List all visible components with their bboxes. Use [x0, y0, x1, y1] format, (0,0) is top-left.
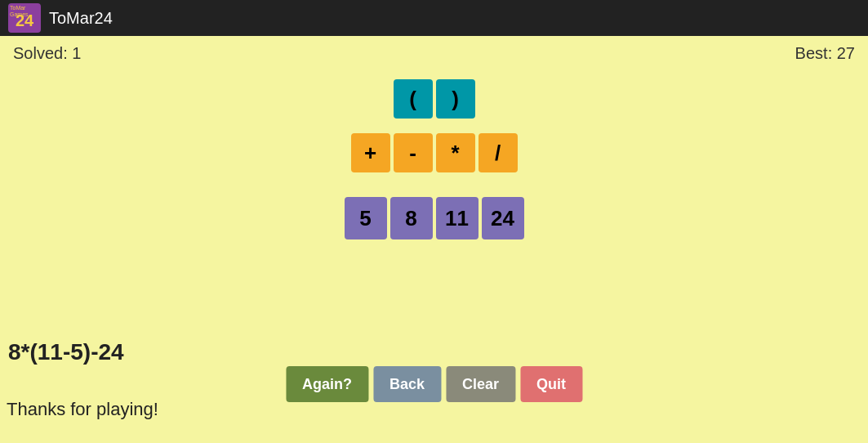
divide-operator-button[interactable]: / — [479, 133, 518, 172]
solved-count: Solved: 1 — [13, 44, 81, 63]
header: ToMarGames 24 ToMar24 — [0, 0, 868, 36]
expression-display: 8*(11-5)-24 — [8, 339, 124, 365]
clear-button[interactable]: Clear — [446, 366, 515, 402]
number-11-button[interactable]: 11 — [436, 197, 479, 239]
operators-row: + - * / — [351, 133, 518, 172]
parens-row: ( ) — [394, 79, 475, 119]
back-button[interactable]: Back — [373, 366, 441, 402]
numbers-row: 5 8 11 24 — [345, 197, 524, 239]
logo-label: ToMarGames — [10, 5, 29, 17]
again-button[interactable]: Again? — [286, 366, 368, 402]
main-content: ( ) + - * / 5 8 11 24 — [0, 79, 868, 264]
number-5-button[interactable]: 5 — [345, 197, 387, 239]
app-title: ToMar24 — [49, 9, 113, 28]
actions-row: Again? Back Clear Quit — [286, 366, 582, 402]
thanks-message: Thanks for playing! — [7, 399, 158, 420]
quit-button[interactable]: Quit — [520, 366, 582, 402]
subtract-operator-button[interactable]: - — [394, 133, 433, 172]
best-count: Best: 27 — [795, 44, 855, 63]
logo-box: ToMarGames 24 — [8, 3, 41, 33]
close-paren-button[interactable]: ) — [436, 79, 475, 119]
add-operator-button[interactable]: + — [351, 133, 390, 172]
number-24-button[interactable]: 24 — [482, 197, 524, 239]
multiply-operator-button[interactable]: * — [436, 133, 475, 172]
number-8-button[interactable]: 8 — [390, 197, 433, 239]
stats-bar: Solved: 1 Best: 27 — [0, 36, 868, 71]
open-paren-button[interactable]: ( — [394, 79, 433, 119]
